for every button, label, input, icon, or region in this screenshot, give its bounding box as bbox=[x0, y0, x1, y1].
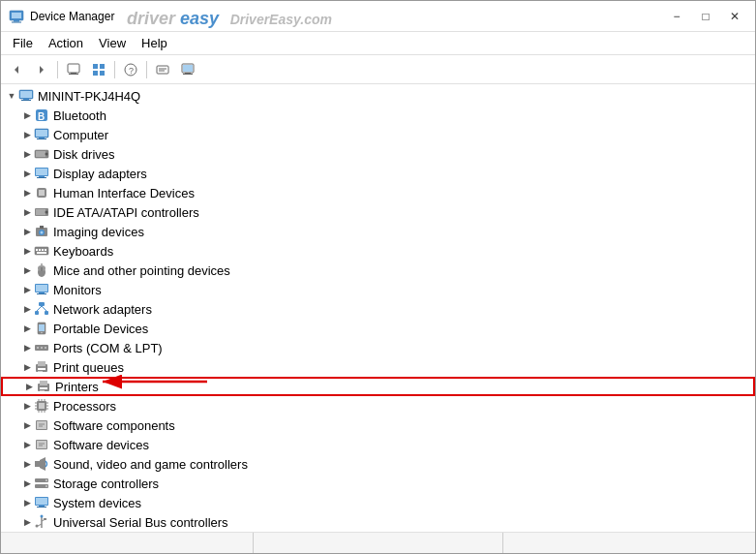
svg-point-49 bbox=[41, 231, 44, 234]
svg-rect-42 bbox=[39, 190, 45, 196]
svg-rect-81 bbox=[40, 381, 47, 385]
device-manager-window: Device Manager driver easy DriverEasy.co… bbox=[0, 0, 756, 554]
menu-file[interactable]: File bbox=[5, 34, 41, 52]
maximize-button[interactable]: □ bbox=[693, 7, 718, 26]
root-label: MININT-PKJ4H4Q bbox=[38, 89, 140, 104]
menu-action[interactable]: Action bbox=[41, 34, 91, 52]
svg-rect-31 bbox=[36, 130, 47, 137]
storage-icon bbox=[34, 476, 49, 491]
toolbar-help[interactable]: ? bbox=[119, 59, 142, 80]
bluetooth-icon: B bbox=[34, 108, 49, 123]
keyboards-label: Keyboards bbox=[53, 244, 113, 259]
network-icon bbox=[34, 301, 49, 317]
imaging-label: Imaging devices bbox=[53, 225, 144, 239]
svg-rect-61 bbox=[36, 285, 47, 292]
svg-rect-82 bbox=[40, 387, 47, 389]
close-button[interactable]: ✕ bbox=[722, 7, 747, 26]
ports-label: Ports (COM & LPT) bbox=[53, 341, 163, 355]
minimize-button[interactable]: − bbox=[664, 7, 689, 26]
tree-item-printqueues[interactable]: ▶ Print queues bbox=[1, 357, 755, 377]
svg-point-45 bbox=[45, 211, 48, 214]
tree-item-ide[interactable]: ▶ IDE ATA/ATAPI controllers bbox=[1, 202, 755, 222]
computer-icon bbox=[34, 127, 49, 142]
usb-icon bbox=[34, 514, 49, 530]
toolbar-forward[interactable] bbox=[30, 59, 53, 80]
status-section-2 bbox=[254, 533, 502, 553]
svg-rect-11 bbox=[93, 71, 98, 76]
monitors-label: Monitors bbox=[53, 283, 102, 297]
menu-help[interactable]: Help bbox=[134, 34, 175, 52]
softwaredevices-icon bbox=[34, 437, 49, 452]
portable-label: Portable Devices bbox=[53, 322, 148, 336]
menu-view[interactable]: View bbox=[91, 34, 134, 52]
title-left: Device Manager bbox=[9, 9, 114, 24]
softwarecomponents-icon bbox=[34, 417, 49, 433]
mice-arrow: ▶ bbox=[20, 263, 34, 277]
monitors-icon bbox=[34, 282, 49, 297]
svg-rect-26 bbox=[23, 99, 29, 100]
tree-item-bluetooth[interactable]: ▶ B Bluetooth bbox=[1, 106, 755, 125]
tree-item-printers[interactable]: ▶ Printers bbox=[1, 377, 755, 396]
svg-rect-66 bbox=[45, 311, 48, 315]
tree-item-usb[interactable]: ▶ Universal Serial Bus controllers bbox=[1, 512, 755, 532]
svg-rect-55 bbox=[37, 252, 46, 254]
svg-rect-120 bbox=[44, 518, 46, 520]
softwarecomponents-arrow: ▶ bbox=[20, 418, 34, 432]
toolbar: ? bbox=[1, 55, 755, 84]
tree-item-sound[interactable]: ▶ Sound, video and game controllers bbox=[1, 454, 755, 474]
tree-item-mice[interactable]: ▶ Mice and other pointing devices bbox=[1, 261, 755, 280]
svg-marker-107 bbox=[40, 457, 45, 471]
hid-icon bbox=[34, 185, 49, 200]
bluetooth-label: Bluetooth bbox=[53, 108, 106, 123]
hid-label: Human Interface Devices bbox=[53, 186, 195, 200]
toolbar-devicelist[interactable] bbox=[62, 59, 85, 80]
tree-item-systemdevices[interactable]: ▶ System devices bbox=[1, 493, 755, 512]
toolbar-monitor[interactable] bbox=[176, 59, 199, 80]
svg-rect-6 bbox=[68, 64, 79, 73]
svg-rect-64 bbox=[39, 302, 45, 306]
svg-rect-2 bbox=[14, 20, 19, 22]
printers-arrow: ▶ bbox=[22, 380, 36, 393]
toolbar-devicetypes[interactable] bbox=[87, 59, 110, 80]
tree-item-keyboards[interactable]: ▶ Keyboards bbox=[1, 241, 755, 261]
tree-item-diskdrives[interactable]: ▶ Disk drives bbox=[1, 144, 755, 164]
keyboards-icon bbox=[34, 243, 49, 259]
svg-rect-79 bbox=[38, 371, 43, 372]
main-content[interactable]: ▼ MININT-PKJ4H4Q ▶ bbox=[1, 84, 755, 532]
systemdevices-label: System devices bbox=[53, 496, 141, 510]
tree-item-imaging[interactable]: ▶ Imaging devices bbox=[1, 222, 755, 241]
svg-rect-85 bbox=[39, 403, 45, 409]
tree-item-softwaredevices[interactable]: ▶ Software devices bbox=[1, 435, 755, 454]
tree-item-hid[interactable]: ▶ Human Interface Devices bbox=[1, 183, 755, 202]
svg-rect-103 bbox=[37, 441, 46, 448]
tree-root[interactable]: ▼ MININT-PKJ4H4Q bbox=[1, 86, 755, 106]
svg-rect-70 bbox=[39, 324, 45, 331]
network-arrow: ▶ bbox=[20, 302, 34, 316]
tree-item-ports[interactable]: ▶ Ports (COM & LPT) bbox=[1, 338, 755, 357]
svg-rect-7 bbox=[71, 73, 76, 74]
svg-point-75 bbox=[45, 347, 46, 349]
toolbar-properties[interactable] bbox=[151, 59, 174, 80]
svg-rect-65 bbox=[35, 311, 39, 315]
svg-rect-19 bbox=[183, 65, 193, 72]
toolbar-back[interactable] bbox=[5, 59, 28, 80]
bluetooth-arrow: ▶ bbox=[20, 108, 34, 122]
toolbar-separator-2 bbox=[114, 61, 115, 78]
tree-item-computer[interactable]: ▶ Computer bbox=[1, 125, 755, 144]
tree-item-portable[interactable]: ▶ Portable Devices bbox=[1, 319, 755, 338]
tree-item-displayadapters[interactable]: ▶ Display adapters bbox=[1, 164, 755, 183]
svg-point-110 bbox=[45, 479, 47, 481]
svg-rect-12 bbox=[100, 71, 105, 76]
tree-item-softwarecomponents[interactable]: ▶ Software components bbox=[1, 416, 755, 435]
diskdrives-arrow: ▶ bbox=[20, 147, 34, 161]
imaging-icon bbox=[34, 224, 49, 239]
softwaredevices-label: Software devices bbox=[53, 438, 149, 452]
tree-item-monitors[interactable]: ▶ Monitors bbox=[1, 280, 755, 299]
tree-item-network[interactable]: ▶ Network adapters bbox=[1, 299, 755, 319]
svg-rect-3 bbox=[12, 21, 21, 22]
svg-text:?: ? bbox=[129, 66, 134, 76]
tree-item-processors[interactable]: ▶ bbox=[1, 396, 755, 416]
usb-label: Universal Serial Bus controllers bbox=[53, 515, 228, 530]
tree-item-storage[interactable]: ▶ Storage controllers bbox=[1, 474, 755, 493]
title-controls: − □ ✕ bbox=[664, 7, 747, 26]
